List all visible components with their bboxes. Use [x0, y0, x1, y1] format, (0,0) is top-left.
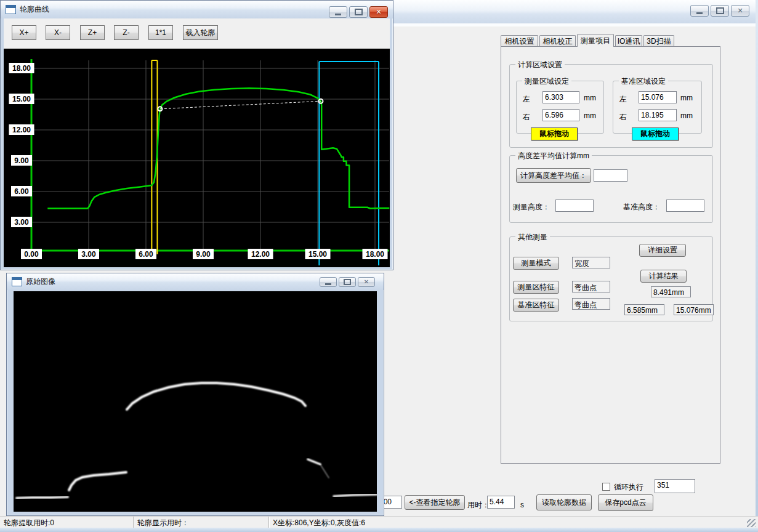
status-cursor-info: X坐标:806,Y坐标:0,灰度值:6 [269, 517, 758, 528]
reference-region[interactable] [319, 62, 379, 265]
reference-right-input[interactable]: 18.195 [639, 109, 677, 121]
tab-camera-settings[interactable]: 相机设置 [501, 35, 538, 47]
svg-text:0.00: 0.00 [24, 250, 39, 259]
tab-3d-scan[interactable]: 3D扫描 [643, 35, 674, 47]
load-profile-button[interactable]: 载入轮廓 [183, 25, 218, 40]
reference-area-subgroup: 基准区域设定 [613, 81, 702, 134]
right-fragment [308, 459, 320, 464]
calc-area-group-title: 计算区域设置 [515, 60, 565, 70]
tab-label: IO通讯 [618, 36, 640, 47]
measure-right-input[interactable]: 6.596 [542, 109, 579, 121]
reference-feature-value[interactable]: 弯曲点 [572, 298, 610, 310]
reference-right-label: 右 [619, 112, 627, 123]
tab-io-comm[interactable]: IO通讯 [615, 35, 642, 47]
profile-close-button[interactable]: ✕ [369, 6, 388, 18]
reference-area-subgroup-title: 基准区域设定 [619, 76, 668, 87]
chart-axes [31, 59, 389, 252]
status-extract-time: 轮廓提取用时:0 [0, 517, 134, 528]
x-minus-button[interactable]: X- [46, 25, 70, 40]
reference-left-input[interactable]: 15.076 [639, 91, 677, 103]
lower-step [69, 472, 126, 490]
measure-feature-value[interactable]: 弯曲点 [572, 281, 610, 292]
profile-maximize-button[interactable] [349, 6, 368, 18]
reference-height-value[interactable] [666, 200, 704, 212]
z-minus-button[interactable]: Z- [114, 25, 139, 40]
calc-result-value: 8.491mm [651, 286, 691, 297]
measure-right-label: 右 [523, 112, 530, 123]
profile-window: 轮廓曲线 ✕ X+ X- Z+ Z- 1*1 载入轮廓 18.0015.0012… [0, 0, 393, 270]
height-diff-value[interactable] [594, 169, 627, 182]
measure-height-value[interactable] [555, 200, 594, 212]
measure-right-unit: mm [584, 111, 596, 120]
maximize-icon [716, 7, 724, 14]
main-frame-bottom [0, 528, 758, 532]
tab-label: 测量项目 [581, 36, 610, 46]
loop-exec-checkbox[interactable] [602, 483, 610, 491]
minimize-icon [325, 283, 331, 285]
height-dashed-line [160, 101, 321, 109]
measure-feature-button[interactable]: 测量区特征 [513, 281, 559, 294]
measure-mode-value[interactable]: 宽度 [572, 257, 610, 268]
svg-text:3.00: 3.00 [14, 218, 29, 227]
window-icon [6, 5, 16, 14]
one-to-one-button[interactable]: 1*1 [148, 25, 173, 40]
z-plus-button[interactable]: Z+ [80, 25, 105, 40]
x-plus-button[interactable]: X+ [12, 25, 36, 40]
calc-height-diff-button[interactable]: 计算高度差平均值： [516, 168, 591, 183]
reference-feature-button[interactable]: 基准区特征 [513, 299, 559, 312]
read-profile-button[interactable]: 读取轮廓数据 [536, 494, 592, 510]
bottom-left-line [17, 497, 68, 498]
measure-area-subgroup: 测量区域设定 [516, 81, 604, 134]
loop-count-input[interactable]: 351 [655, 479, 695, 493]
svg-text:6.00: 6.00 [139, 250, 153, 259]
tab-camera-calibration[interactable]: 相机校正 [539, 35, 576, 47]
window-icon [12, 277, 22, 286]
reference-result-value: 15.076mm [674, 304, 714, 315]
image-maximize-button[interactable] [339, 277, 356, 287]
tab-measure-items[interactable]: 测量项目 [577, 34, 614, 47]
svg-text:15.00: 15.00 [308, 250, 327, 259]
reference-right-unit: mm [680, 111, 693, 120]
tab-label: 3D扫描 [647, 36, 671, 47]
profile-window-title: 轮廓曲线 [20, 4, 49, 15]
calc-result-button[interactable]: 计算结果 [640, 270, 687, 283]
time-value: 5.44 [487, 496, 515, 509]
reference-left-label: 左 [619, 94, 627, 105]
right-fragment-tail [320, 464, 329, 478]
main-maximize-button[interactable] [711, 5, 729, 17]
main-minimize-button[interactable] [690, 5, 709, 17]
svg-text:18.00: 18.00 [12, 64, 31, 73]
measure-left-label: 左 [523, 94, 530, 105]
maximize-icon [344, 279, 351, 285]
view-profile-button[interactable]: <-查看指定轮廓 [405, 495, 465, 510]
height-diff-group: 高度差平均值计算mm [509, 155, 713, 223]
status-bar: 轮廓提取用时:0 轮廓显示用时： X坐标:806,Y坐标:0,灰度值:6 [0, 516, 758, 528]
image-window: 原始图像 ✕ [6, 273, 384, 516]
save-pcd-button[interactable]: 保存pcd点云 [598, 494, 653, 511]
reference-drag-button[interactable]: 鼠标拖动 [632, 127, 679, 140]
other-measure-group-title: 其他测量 [515, 232, 550, 243]
minimize-icon [696, 12, 703, 14]
measure-mode-button[interactable]: 测量模式 [513, 257, 559, 270]
loop-exec-label: 循环执行 [614, 482, 643, 493]
svg-text:18.00: 18.00 [366, 250, 384, 259]
measure-left-input[interactable]: 6.303 [542, 91, 579, 103]
close-icon: ✕ [364, 279, 369, 285]
image-minimize-button[interactable] [320, 277, 337, 287]
time-label: 用时： [467, 500, 490, 510]
image-window-title: 原始图像 [26, 276, 55, 287]
reference-left-unit: mm [680, 94, 693, 102]
detail-settings-button[interactable]: 详细设置 [639, 244, 686, 257]
svg-text:12.00: 12.00 [251, 250, 270, 259]
main-close-button[interactable]: ✕ [731, 5, 749, 17]
profile-chart: 18.0015.0012.009.006.003.000.003.006.009… [4, 49, 390, 267]
svg-text:6.00: 6.00 [14, 187, 29, 196]
image-close-button[interactable]: ✕ [358, 277, 375, 287]
profile-minimize-button[interactable] [329, 6, 347, 18]
status-display-time: 轮廓显示用时： [134, 517, 269, 528]
measure-result-value: 6.585mm [624, 304, 664, 315]
svg-text:12.00: 12.00 [12, 126, 31, 134]
tab-label: 相机校正 [543, 36, 573, 47]
resize-grip[interactable] [747, 519, 756, 527]
measure-drag-button[interactable]: 鼠标拖动 [531, 127, 578, 140]
